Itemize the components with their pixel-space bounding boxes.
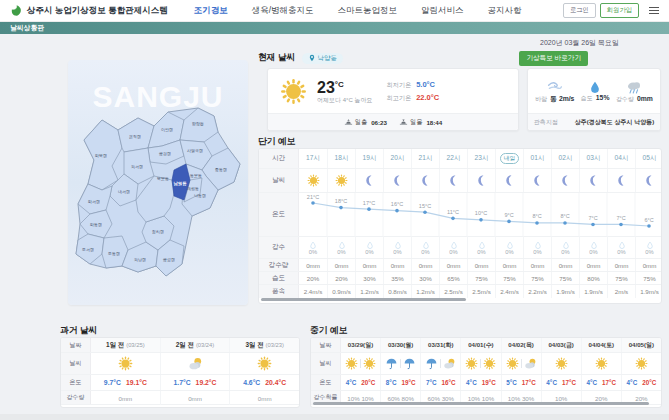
map-district-label[interactable]: 모동면	[108, 251, 120, 256]
short-term-forecast-panel: 시간17시18시19시20시21시22시23시내일01시02시03시04시05시…	[258, 148, 662, 304]
row-label-wind: 풍속	[259, 285, 299, 298]
app-logo[interactable]: 상주시 농업기상정보 통합관제시스템	[10, 4, 168, 17]
map-district-label[interactable]: 화동면	[89, 222, 102, 227]
st-time-cell: 17시	[299, 149, 327, 168]
mid-temp-cell: 5°C17°C	[501, 375, 541, 390]
location-badge[interactable]: 낙양동	[302, 53, 343, 64]
map-district-label[interactable]: 내서면	[118, 189, 130, 194]
st-wind-cell: 2.4m/s	[299, 285, 327, 298]
st-wind-cell: 2.4m/s	[495, 285, 523, 298]
st-humidity-cell: 80%	[579, 272, 607, 284]
mid-term-title: 중기 예보	[310, 325, 348, 337]
map-district-label[interactable]: 이안면	[161, 127, 173, 132]
moon-icon	[447, 174, 460, 187]
precip-label: 강수량	[616, 96, 634, 102]
svg-text:8°C: 8°C	[560, 213, 569, 219]
st-rain-cell: 0mm	[355, 259, 383, 271]
max-temp: 22.0°C	[416, 93, 439, 102]
map-district-label[interactable]: 은척면	[129, 134, 141, 139]
past-rain-cell: 0mm	[91, 391, 160, 405]
row-label-weather: 날씨	[61, 353, 91, 374]
mid-weather-cell	[380, 353, 420, 374]
station-name: 상주(경상북도 상주시 낙양동)	[575, 118, 654, 127]
st-wind-cell: 0.9m/s	[327, 285, 355, 298]
mid-temp-cell: 8°C19°C	[380, 375, 420, 390]
map-district-label[interactable]: 화북면	[94, 153, 107, 158]
st-pop-cell: 0%	[551, 237, 579, 258]
st-humidity-cell: 20%	[327, 272, 355, 284]
login-button[interactable]: 로그인	[563, 3, 596, 18]
st-pop-cell: 0%	[495, 237, 523, 258]
svg-text:15°C: 15°C	[419, 203, 431, 209]
horizontal-scrollbar[interactable]	[261, 298, 466, 301]
st-humidity-cell: 75%	[607, 272, 635, 284]
mid-min-temp: 5°C	[506, 379, 517, 386]
st-weather-cell	[439, 169, 467, 192]
st-wind-cell: 2.2m/s	[523, 285, 551, 298]
nav-item[interactable]: 스마트농업정보	[338, 5, 398, 17]
st-rain-cell: 0mm	[607, 259, 635, 271]
sunset-time: 18:44	[426, 119, 442, 126]
st-humidity-cell: 30%	[411, 272, 439, 284]
page-title: 날씨상황판	[0, 23, 44, 33]
logo-icon	[10, 4, 23, 17]
mid-temp-cell: 7°C16°C	[420, 375, 460, 390]
signup-button[interactable]: 회원가입	[600, 3, 639, 18]
footer-strip	[0, 414, 669, 420]
hamburger-menu-icon[interactable]	[649, 7, 659, 14]
st-wind-cell: 2.5m/s	[467, 285, 495, 298]
main-nav: 조기경보생육/병해충지도스마트농업정보알림서비스공지사항	[194, 5, 522, 17]
nav-item[interactable]: 알림서비스	[421, 5, 464, 17]
mid-date-cell: 03/31(화)	[420, 338, 460, 352]
row-label-date: 날짜	[311, 338, 341, 352]
st-weather-cell	[327, 169, 355, 192]
cloudsun-icon	[443, 357, 456, 370]
horizontal-scrollbar[interactable]	[313, 402, 649, 405]
map-district-label[interactable]: 화서면	[87, 199, 100, 204]
st-time-cell: 02시	[551, 149, 579, 168]
past-weather-cell	[91, 353, 160, 374]
st-humidity-cell: 35%	[383, 272, 411, 284]
st-weather-cell	[579, 169, 607, 192]
svg-text:9°C: 9°C	[504, 212, 513, 218]
mid-max-temp: 20°C	[361, 379, 375, 386]
moon-icon	[475, 174, 488, 187]
map-district-label[interactable]: 동문동	[190, 173, 202, 178]
sun-icon	[335, 174, 348, 187]
row-label-humidity: 습도	[259, 272, 299, 284]
map-district-label[interactable]: 계림동	[187, 186, 199, 191]
sangju-district-map[interactable]: SANGJU 화북면은척면이안면함창읍공검면사벌국면중동면외서면내서면화서면화	[68, 60, 248, 305]
raincloud-icon	[626, 79, 642, 95]
station-footer: 관측지점상주(경상북도 상주시 낙양동)	[528, 113, 660, 130]
station-label: 관측지점	[534, 118, 558, 127]
st-rain-cell: 0mm	[551, 259, 579, 271]
nav-item[interactable]: 공지사항	[488, 5, 522, 17]
min-temp-label: 최저기온	[386, 81, 411, 88]
nav-item[interactable]: 조기경보	[194, 5, 228, 17]
map-district-label[interactable]: 모서면	[82, 247, 94, 252]
map-district-label[interactable]: 중동면	[215, 167, 227, 172]
st-rain-cell: 0mm	[439, 259, 467, 271]
mid-date-cell: 04/05(일)	[621, 338, 661, 352]
map-district-label[interactable]: 북문동	[157, 176, 169, 181]
mid-date-cell: 03/29(일)	[341, 338, 380, 352]
st-time-cell: 21시	[411, 149, 439, 168]
map-district-label[interactable]: 사벌국면	[187, 148, 203, 153]
st-weather-cell	[355, 169, 383, 192]
row-label-weather: 날씨	[259, 169, 299, 192]
row-label-temp: 온도	[311, 375, 341, 390]
map-district-label[interactable]: 외서면	[131, 164, 143, 169]
umbrella-icon	[425, 357, 438, 370]
svg-text:21°C: 21°C	[307, 194, 319, 200]
map-district-label[interactable]: 낙동면	[194, 193, 206, 198]
past-temp-cell: 1.7°C19.2°C	[160, 375, 230, 390]
map-district-label[interactable]: 함창읍	[192, 121, 204, 126]
st-rain-cell: 0mm	[467, 259, 495, 271]
past-rain-cell: 0mm	[160, 391, 230, 405]
map-district-label[interactable]: 외남면	[134, 257, 146, 262]
st-weather-cell	[299, 169, 327, 192]
weather-alert-button[interactable]: 기상특보 바로가기	[519, 51, 588, 66]
mid-max-temp: 19°C	[482, 379, 496, 386]
nav-item[interactable]: 생육/병해충지도	[252, 5, 314, 17]
st-time-cell: 19시	[355, 149, 383, 168]
